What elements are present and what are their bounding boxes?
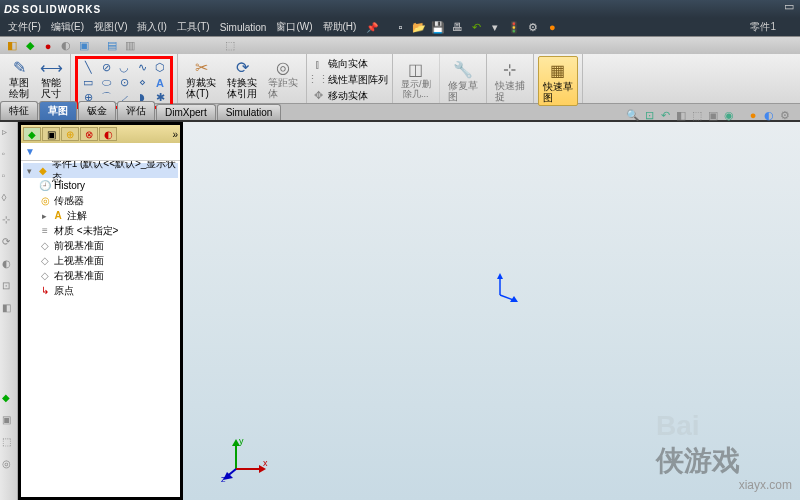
quick-sketch-button[interactable]: ▦ 快速草 图 — [538, 56, 578, 106]
display-delete-button[interactable]: ◫ 显示/删 除几... — [397, 56, 435, 102]
qat-btn-6[interactable]: ▤ — [104, 39, 120, 53]
lt-8-icon[interactable]: ⊡ — [2, 280, 16, 294]
menu-insert[interactable]: 插入(I) — [133, 19, 170, 35]
prev-view-icon[interactable]: ↶ — [658, 108, 672, 122]
tab-dimxpert[interactable]: DimXpert — [156, 104, 216, 120]
tree-top-plane[interactable]: ◇ 上视基准面 — [23, 253, 178, 268]
lt-7-icon[interactable]: ◐ — [2, 258, 16, 272]
text-tool-icon[interactable]: A — [151, 75, 169, 90]
tree-tab-dimxpert-icon[interactable]: ⊗ — [80, 127, 98, 141]
point-tool-icon[interactable]: ⋄ — [133, 75, 151, 90]
tree-sensors[interactable]: ◎ 传感器 — [23, 193, 178, 208]
lt-3-icon[interactable]: ▫ — [2, 170, 16, 184]
lt-6-icon[interactable]: ⟳ — [2, 236, 16, 250]
qat-btn-3[interactable]: ● — [40, 39, 56, 53]
menu-pin-icon[interactable]: 📌 — [362, 21, 382, 34]
rectangle-tool-icon[interactable]: ▭ — [79, 75, 97, 90]
tree-root[interactable]: ▾ ◆ 零件1 (默认<<默认>_显示状态 — [23, 163, 178, 178]
lt-11-icon[interactable]: ▣ — [2, 414, 16, 428]
open-icon[interactable]: 📂 — [411, 19, 427, 35]
spline-tool-icon[interactable]: ∿ — [133, 60, 151, 75]
print-icon[interactable]: 🖶 — [449, 19, 465, 35]
view-orient-icon[interactable]: ⬚ — [690, 108, 704, 122]
document-title: 零件1 — [750, 20, 776, 34]
undo-icon[interactable]: ↶ — [468, 19, 484, 35]
viewport[interactable]: y x z Bai 侠游戏 xiayx.com — [183, 122, 800, 500]
tree-filter[interactable]: ▼ — [21, 143, 180, 161]
zoom-fit-icon[interactable]: 🔍 — [626, 108, 640, 122]
zoom-area-icon[interactable]: ⊡ — [642, 108, 656, 122]
options-icon[interactable]: ⚙ — [525, 19, 541, 35]
menu-tools[interactable]: 工具(T) — [173, 19, 214, 35]
line-tool-icon[interactable]: ╲ — [79, 60, 97, 75]
save-icon[interactable]: 💾 — [430, 19, 446, 35]
tree-annotations[interactable]: ▸ A 注解 — [23, 208, 178, 223]
display-style-icon[interactable]: ▣ — [706, 108, 720, 122]
lt-12-icon[interactable]: ⬚ — [2, 436, 16, 450]
trim-button[interactable]: ✂ 剪裁实 体(T) — [182, 56, 220, 101]
expand-icon[interactable]: ▸ — [39, 211, 49, 221]
lt-9-icon[interactable]: ◧ — [2, 302, 16, 316]
menu-simulation[interactable]: Simulation — [216, 21, 271, 34]
collapse-icon[interactable]: ▾ — [25, 166, 34, 176]
polygon-tool-icon[interactable]: ⬡ — [151, 60, 169, 75]
menu-edit[interactable]: 编辑(E) — [47, 19, 88, 35]
minimize-icon[interactable]: ▭ — [782, 0, 796, 13]
menu-window[interactable]: 窗口(W) — [272, 19, 316, 35]
tree-tab-config-icon[interactable]: ⊕ — [61, 127, 79, 141]
linear-pattern-icon[interactable]: ⋮⋮ — [311, 73, 325, 87]
tree-right-plane[interactable]: ◇ 右视基准面 — [23, 268, 178, 283]
tree-material[interactable]: ≡ 材质 <未指定> — [23, 223, 178, 238]
menu-view[interactable]: 视图(V) — [90, 19, 131, 35]
quick-snap-button[interactable]: ⊹ 快速捕 捉 — [491, 56, 529, 104]
lt-select-icon[interactable]: ▹ — [2, 126, 16, 140]
lt-13-icon[interactable]: ◎ — [2, 458, 16, 472]
appearance-icon[interactable]: ● — [746, 108, 760, 122]
circle-tool-icon[interactable]: ⊘ — [97, 60, 115, 75]
origin-triad-icon — [492, 273, 522, 307]
rebuild-icon[interactable]: 🚦 — [506, 19, 522, 35]
sketch-button[interactable]: ✎ 草图 绘制 — [4, 56, 34, 101]
tab-evaluate[interactable]: 评估 — [117, 101, 155, 120]
tab-sheetmetal[interactable]: 钣金 — [78, 101, 116, 120]
menu-file[interactable]: 文件(F) — [4, 19, 45, 35]
arc-tool-icon[interactable]: ◡ — [115, 60, 133, 75]
lt-10-icon[interactable]: ◆ — [2, 392, 16, 406]
tree-tab-display-icon[interactable]: ◐ — [99, 127, 117, 141]
mirror-icon[interactable]: ⫿ — [311, 57, 325, 71]
tree-tab-feature-icon[interactable]: ◆ — [23, 127, 41, 141]
new-icon[interactable]: ▫ — [392, 19, 408, 35]
select-icon[interactable]: ▾ — [487, 19, 503, 35]
left-toolbar: ▹ ◦ ▫ ◊ ⊹ ⟳ ◐ ⊡ ◧ ◆ ▣ ⬚ ◎ — [0, 122, 18, 500]
menu-help[interactable]: 帮助(H) — [319, 19, 361, 35]
lt-2-icon[interactable]: ◦ — [2, 148, 16, 162]
lt-5-icon[interactable]: ⊹ — [2, 214, 16, 228]
scene-icon[interactable]: ◐ — [762, 108, 776, 122]
repair-sketch-button[interactable]: 🔧 修复草 图 — [444, 56, 482, 104]
qat-btn-4[interactable]: ◐ — [58, 39, 74, 53]
tree-front-plane[interactable]: ◇ 前视基准面 — [23, 238, 178, 253]
slot-tool-icon[interactable]: ⊙ — [115, 75, 133, 90]
tab-simulation[interactable]: Simulation — [217, 104, 282, 120]
tree-origin[interactable]: ↳ 原点 — [23, 283, 178, 298]
qat-btn-8[interactable]: ⬚ — [222, 39, 238, 53]
ellipse-tool-icon[interactable]: ⬭ — [97, 75, 115, 90]
qat-btn-1[interactable]: ◧ — [4, 39, 20, 53]
qat-btn-2[interactable]: ◆ — [22, 39, 38, 53]
tree-tab-property-icon[interactable]: ▣ — [42, 127, 60, 141]
qat-btn-5[interactable]: ▣ — [76, 39, 92, 53]
convert-button[interactable]: ⟳ 转换实 体引用 — [223, 56, 261, 101]
appearance-icon[interactable]: ● — [544, 19, 560, 35]
tab-features[interactable]: 特征 — [0, 101, 38, 120]
qat-btn-7[interactable]: ▥ — [122, 39, 138, 53]
svg-marker-1 — [497, 273, 503, 279]
view-settings-icon[interactable]: ⚙ — [778, 108, 792, 122]
section-view-icon[interactable]: ◧ — [674, 108, 688, 122]
move-icon[interactable]: ✥ — [311, 89, 325, 103]
tab-sketch[interactable]: 草图 — [39, 101, 77, 120]
offset-button[interactable]: ◎ 等距实 体 — [264, 56, 302, 101]
tree-expand-icon[interactable]: » — [172, 129, 178, 140]
lt-4-icon[interactable]: ◊ — [2, 192, 16, 206]
smart-dimension-button[interactable]: ⟷ 智能 尺寸 — [36, 56, 66, 101]
hide-show-icon[interactable]: ◉ — [722, 108, 736, 122]
